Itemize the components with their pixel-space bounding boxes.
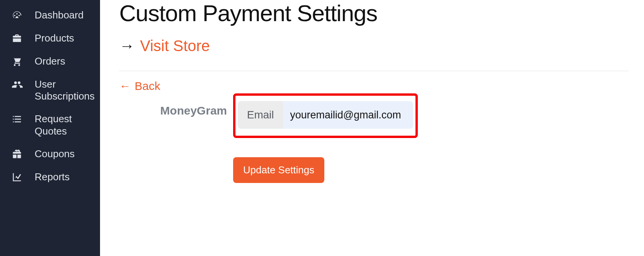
sidebar-item-orders[interactable]: Orders bbox=[0, 50, 100, 73]
email-input-group: Email bbox=[238, 101, 413, 129]
sidebar-item-label: User Subscriptions bbox=[35, 78, 96, 102]
sidebar-item-user-subscriptions[interactable]: User Subscriptions bbox=[0, 73, 100, 108]
update-settings-button[interactable]: Update Settings bbox=[233, 157, 324, 183]
back-label: Back bbox=[135, 80, 160, 93]
highlight-box: Email bbox=[233, 93, 418, 138]
gift-icon bbox=[11, 148, 25, 160]
users-icon bbox=[11, 78, 25, 91]
arrow-left-icon: ← bbox=[119, 80, 131, 93]
divider bbox=[119, 71, 629, 71]
visit-store-link[interactable]: Visit Store bbox=[140, 37, 210, 55]
sidebar-item-label: Coupons bbox=[35, 148, 75, 160]
main-content: Custom Payment Settings → Visit Store ← … bbox=[100, 0, 644, 256]
sidebar-item-label: Dashboard bbox=[35, 9, 83, 21]
sidebar-item-request-quotes[interactable]: Request Quotes bbox=[0, 108, 100, 142]
sidebar-item-label: Request Quotes bbox=[35, 113, 96, 137]
email-addon-label: Email bbox=[238, 101, 283, 129]
sidebar-item-label: Products bbox=[35, 32, 74, 44]
sidebar-item-label: Orders bbox=[35, 55, 65, 67]
section-label-moneygram: MoneyGram bbox=[119, 93, 227, 117]
sidebar-item-products[interactable]: Products bbox=[0, 27, 100, 50]
form-row-moneygram: MoneyGram Email bbox=[119, 93, 629, 138]
arrow-right-icon: → bbox=[119, 37, 135, 55]
back-link[interactable]: ← Back bbox=[119, 80, 629, 93]
gauge-icon bbox=[11, 9, 25, 22]
visit-store-row: → Visit Store bbox=[119, 37, 629, 55]
briefcase-icon bbox=[11, 32, 25, 45]
sidebar-item-reports[interactable]: Reports bbox=[0, 166, 100, 189]
list-icon bbox=[11, 113, 25, 125]
chart-line-icon bbox=[11, 171, 25, 183]
sidebar-item-coupons[interactable]: Coupons bbox=[0, 143, 100, 166]
sidebar: Dashboard Products Orders User Subscript… bbox=[0, 0, 100, 256]
email-input[interactable] bbox=[283, 101, 413, 129]
sidebar-item-dashboard[interactable]: Dashboard bbox=[0, 4, 100, 27]
page-title: Custom Payment Settings bbox=[119, 0, 629, 27]
cart-icon bbox=[11, 55, 25, 68]
sidebar-item-label: Reports bbox=[35, 171, 70, 183]
